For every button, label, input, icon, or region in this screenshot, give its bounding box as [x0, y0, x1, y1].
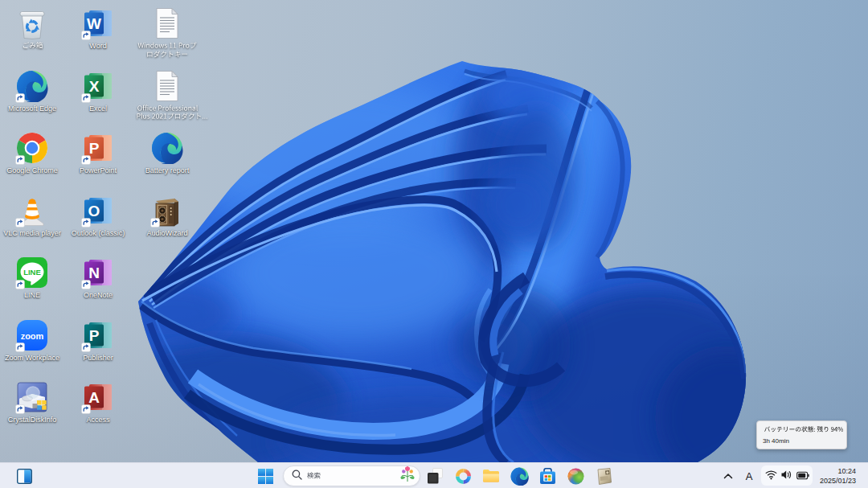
desktop-icon-recycle-bin[interactable]: ごみ箱: [0, 7, 64, 51]
windows11-product-key-icon: [151, 7, 183, 39]
colorful-sphere-app-button[interactable]: [566, 463, 585, 488]
clock-time: 10:24: [820, 466, 856, 476]
shortcut-arrow-icon: [150, 218, 160, 228]
office-product-key-icon: [151, 70, 183, 102]
search-placeholder: 検索: [307, 472, 399, 480]
desktop-icon-label: ごみ箱: [0, 42, 64, 51]
desktop-icon-label: CrystalDiskInfo: [0, 416, 64, 424]
battery-tooltip: バッテリーの状態: 残り 94% 3h 40min: [756, 420, 847, 449]
desktop-icon-label: Excel: [66, 105, 130, 113]
desktop-icon-onenote[interactable]: N OneNote: [66, 256, 130, 300]
windows-desktop: { "os": "Windows 11 desktop (Japanese lo…: [0, 0, 868, 488]
recycle-bin-icon: [16, 7, 48, 39]
shortcut-arrow-icon: [81, 218, 91, 228]
desktop-icon-label: Microsoft Edge: [0, 105, 64, 113]
word-icon: W: [82, 7, 114, 39]
taskbar-clock[interactable]: 10:24 2025/01/23: [820, 466, 856, 486]
svg-text:A: A: [88, 389, 100, 406]
audiowizard-icon: [151, 195, 183, 227]
svg-text:P: P: [89, 140, 100, 157]
microsoft-store-button[interactable]: [538, 463, 557, 488]
desktop-icon-vlc-media-player[interactable]: VLC media player: [0, 195, 64, 238]
svg-text:zoom: zoom: [21, 330, 44, 340]
clock-date: 2025/01/23: [820, 476, 856, 486]
hidden-icons-chevron[interactable]: [720, 463, 736, 488]
shortcut-arrow-icon: [81, 31, 91, 40]
crystaldiskinfo-icon: [16, 381, 48, 413]
widgets-button[interactable]: [13, 463, 35, 488]
svg-text:P: P: [89, 326, 100, 343]
desktop-icon-publisher[interactable]: P Publisher: [66, 319, 130, 363]
desktop-icon-outlook-classic[interactable]: O Outlook (classic): [66, 195, 130, 238]
shortcut-arrow-icon: [15, 280, 25, 289]
system-tray[interactable]: [761, 465, 813, 486]
search-icon: [292, 469, 302, 483]
desktop-icon-zoom-workplace[interactable]: zoom Zoom Workplace: [0, 319, 64, 363]
ime-mode-indicator[interactable]: A: [741, 463, 757, 488]
desktop-icon-label: Windows 11 Proプロダクトキー: [135, 42, 199, 59]
volume-icon: [780, 469, 792, 483]
shortcut-arrow-icon: [81, 280, 91, 289]
battery-tooltip-line2: 3h 40min: [763, 435, 846, 446]
beige-utility-app-button[interactable]: [594, 463, 613, 488]
shortcut-arrow-icon: [81, 342, 91, 352]
access-icon: A: [82, 381, 114, 413]
desktop-icon-excel[interactable]: X Excel: [66, 70, 130, 113]
desktop-icon-office-product-key[interactable]: Office Professional Plus 2021プロダクト...: [135, 70, 199, 121]
desktop-icon-word[interactable]: W Word: [66, 7, 130, 51]
onenote-icon: N: [82, 256, 114, 289]
outlook-classic-icon: O: [82, 195, 114, 227]
desktop-icon-windows11-product-key[interactable]: Windows 11 Proプロダクトキー: [135, 7, 199, 59]
microsoft-edge-icon: [16, 70, 48, 102]
desktop-icon-microsoft-edge[interactable]: Microsoft Edge: [0, 70, 64, 113]
edge-button[interactable]: [510, 463, 529, 488]
desktop-icon-battery-report[interactable]: Battery report: [135, 132, 199, 175]
vlc-media-player-icon: [16, 195, 48, 227]
copilot-button[interactable]: [453, 463, 473, 488]
desktop-icon-label: Battery report: [135, 166, 199, 175]
svg-text:X: X: [89, 77, 100, 94]
powerpoint-icon: P: [82, 132, 114, 164]
desktop-icon-powerpoint[interactable]: P PowerPoint: [66, 132, 130, 175]
svg-text:N: N: [88, 265, 100, 281]
shortcut-arrow-icon: [15, 218, 25, 228]
desktop-icon-label: Outlook (classic): [66, 229, 130, 238]
desktop-icon-label: AudioWizard: [135, 229, 199, 238]
task-view-button[interactable]: [425, 463, 444, 488]
wifi-icon: [765, 469, 777, 483]
search-highlights-flower-icon: [399, 465, 416, 486]
svg-text:LINE: LINE: [23, 268, 41, 277]
shortcut-arrow-icon: [81, 93, 91, 103]
svg-text:W: W: [87, 15, 101, 32]
desktop-icon-audiowizard[interactable]: AudioWizard: [135, 195, 199, 238]
file-explorer-button[interactable]: [481, 463, 501, 488]
desktop-icon-google-chrome[interactable]: Google Chrome: [0, 132, 64, 175]
desktop-icon-label: Publisher: [66, 354, 130, 363]
wallpaper-bloom: [0, 0, 868, 488]
publisher-icon: P: [82, 319, 114, 351]
zoom-workplace-icon: zoom: [16, 319, 48, 351]
hidden-text: Windows 11 Proプロダクトキー: [189, 51, 190, 51]
shortcut-arrow-icon: [15, 93, 25, 103]
desktop-icon-label: Zoom Workplace: [0, 354, 64, 363]
search-box[interactable]: 検索: [283, 465, 420, 486]
taskbar: 検索 A: [0, 462, 868, 488]
svg-text:O: O: [88, 202, 100, 219]
desktop-icon-label: PowerPoint: [66, 166, 130, 175]
desktop-icon-label: LINE: [0, 291, 64, 300]
shortcut-arrow-icon: [81, 404, 91, 414]
shortcut-arrow-icon: [15, 404, 25, 414]
shortcut-arrow-icon: [81, 155, 91, 165]
desktop-icon-label: Access: [66, 416, 130, 424]
desktop-icon-line[interactable]: LINE LINE: [0, 256, 64, 300]
excel-icon: X: [82, 70, 114, 102]
desktop-icon-crystaldiskinfo[interactable]: CrystalDiskInfo: [0, 381, 64, 424]
start-button[interactable]: [254, 463, 276, 488]
desktop-icon-label: Google Chrome: [0, 166, 64, 175]
shortcut-arrow-icon: [15, 155, 25, 165]
line-icon: LINE: [16, 256, 48, 289]
battery-report-icon: [151, 132, 183, 164]
desktop-icon-access[interactable]: A Access: [66, 381, 130, 424]
battery-icon: [796, 469, 809, 483]
hidden-text: ごみ箱: [43, 42, 44, 43]
